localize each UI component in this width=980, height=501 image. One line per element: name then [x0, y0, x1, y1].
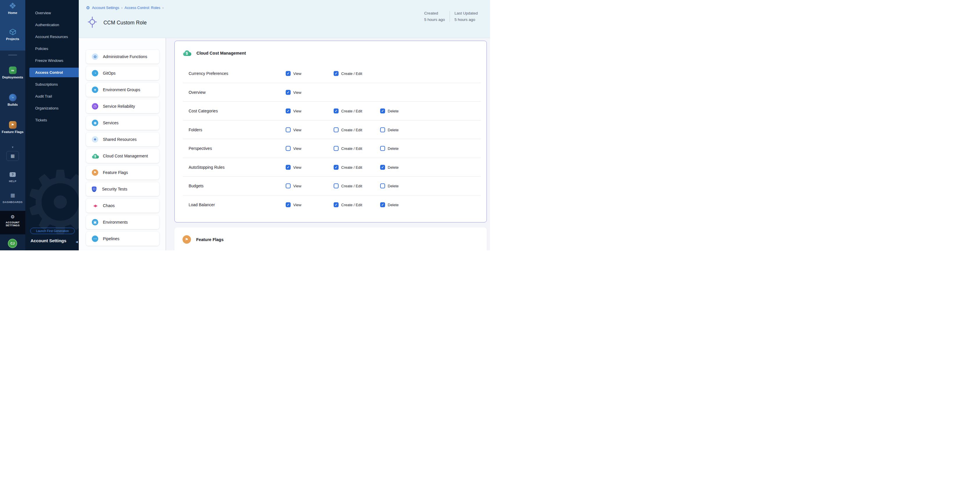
nav-item-organizations[interactable]: Organizations [25, 102, 79, 114]
chevron-down-icon[interactable]: ▼ [0, 146, 25, 149]
nav-item-subscriptions[interactable]: Subscriptions [25, 78, 79, 90]
view-checkbox[interactable] [286, 146, 291, 151]
rail-item-feature-flags[interactable]: ⚑ Feature Flags [0, 120, 25, 133]
permission-name: Cost Categories [189, 109, 218, 113]
permission-row-perspectives: Perspectives View Create / Edit Delete [175, 139, 487, 158]
create-edit-label: Create / Edit [341, 146, 362, 151]
permission-row-cost-categories: Cost Categories View Create / Edit Delet… [175, 101, 487, 120]
view-label: View [293, 184, 301, 188]
nav-item-label: Audit Trail [35, 94, 52, 98]
last-updated-block: Last Updated 5 hours ago [450, 11, 482, 22]
nav-item-label: Tickets [35, 118, 47, 122]
view-label: View [293, 146, 301, 151]
create-edit-checkbox[interactable] [334, 202, 339, 207]
feature-flags-icon: ⚑ [92, 169, 98, 176]
resource-card-pipelines[interactable]: ⋯ Pipelines [86, 232, 159, 246]
resource-card-security-tests[interactable]: Security Tests [86, 182, 159, 196]
created-value: 5 hours ago [424, 17, 445, 22]
create-edit-cell: Create / Edit [334, 165, 362, 170]
permission-name: Overview [189, 90, 205, 95]
view-checkbox[interactable] [286, 71, 291, 76]
nav-item-policies[interactable]: Policies [25, 43, 79, 55]
nav-item-label: Subscriptions [35, 82, 58, 87]
create-edit-checkbox[interactable] [334, 165, 339, 170]
rail-item-home[interactable]: ❖ Home [0, 2, 25, 14]
resource-card-services[interactable]: ◉ Services [86, 116, 159, 130]
resource-label: Shared Resources [103, 137, 137, 142]
rail-item-builds[interactable]: ◔ Builds [0, 93, 25, 106]
nav-item-access-control[interactable]: Access Control [29, 68, 79, 77]
nav-item-label: Freeze Windows [35, 59, 64, 63]
view-cell: View [286, 90, 301, 95]
resource-card-cloud-cost-management[interactable]: $ Cloud Cost Management [86, 149, 159, 163]
delete-checkbox[interactable] [380, 184, 385, 189]
view-checkbox[interactable] [286, 165, 291, 170]
rail-item-account-settings[interactable]: ⚙ ACCOUNT SETTINGS [0, 214, 25, 227]
chaos-icon: ◀▶ [92, 203, 98, 209]
breadcrumb-access-control-roles[interactable]: Access Control: Roles [125, 6, 161, 10]
services-icon: ◉ [92, 120, 98, 126]
view-checkbox[interactable] [286, 90, 291, 95]
feature-flags-section-title: Feature Flags [196, 237, 223, 242]
view-checkbox[interactable] [286, 109, 291, 114]
resource-card-shared-resources[interactable]: ❖ Shared Resources [86, 132, 159, 146]
permission-row-autostopping-rules: AutoStopping Rules View Create / Edit De… [175, 158, 487, 177]
delete-cell: Delete [380, 165, 399, 170]
breadcrumb-account-settings[interactable]: Account Settings [92, 6, 119, 10]
delete-label: Delete [388, 127, 399, 132]
resource-card-service-reliability[interactable]: ◷ Service Reliability [86, 99, 159, 113]
nav-item-overview[interactable]: Overview [25, 7, 79, 19]
delete-label: Delete [388, 203, 399, 207]
rail-item-help[interactable]: ? HELP [0, 170, 25, 183]
rail-item-projects[interactable]: Projects [0, 28, 25, 41]
create-edit-checkbox[interactable] [334, 184, 339, 189]
rail-item-dashboards[interactable]: ▦ DASHBOARDS [0, 191, 25, 204]
create-edit-cell: Create / Edit [334, 184, 362, 189]
service-reliability-icon: ◷ [92, 103, 98, 109]
resource-card-feature-flags[interactable]: ⚑ Feature Flags [86, 166, 159, 179]
view-cell: View [286, 165, 301, 170]
rail-account-settings-label-2: SETTINGS [0, 224, 25, 227]
resource-label: Pipelines [103, 236, 119, 241]
permission-row-folders: Folders View Create / Edit Delete [175, 120, 487, 140]
resource-card-gitops[interactable]: ◔ GitOps [86, 66, 159, 80]
nav-item-freeze-windows[interactable]: Freeze Windows [25, 55, 79, 67]
create-edit-checkbox[interactable] [334, 127, 339, 132]
create-edit-checkbox[interactable] [334, 71, 339, 76]
collapse-panel-icon[interactable]: ◀ [76, 240, 78, 243]
nav-item-authentication[interactable]: Authentication [25, 19, 79, 31]
create-edit-checkbox[interactable] [334, 146, 339, 151]
view-checkbox[interactable] [286, 127, 291, 132]
delete-checkbox[interactable] [380, 202, 385, 207]
delete-checkbox[interactable] [380, 109, 385, 114]
nav-item-tickets[interactable]: Tickets [25, 114, 79, 126]
rail-home-label: Home [0, 11, 25, 14]
delete-label: Delete [388, 109, 399, 113]
last-updated-label: Last Updated [455, 11, 478, 15]
create-edit-cell: Create / Edit [334, 202, 362, 207]
module-grid-button[interactable]: ▦ [6, 151, 19, 161]
resource-card-administrative-functions[interactable]: ⚙ Administrative Functions [86, 50, 159, 63]
view-cell: View [286, 71, 301, 76]
delete-checkbox[interactable] [380, 165, 385, 170]
view-checkbox[interactable] [286, 202, 291, 207]
environments-icon: ▣ [92, 219, 98, 225]
view-checkbox[interactable] [286, 184, 291, 189]
rail-dashboards-label: DASHBOARDS [0, 201, 25, 204]
nav-item-audit-trail[interactable]: Audit Trail [25, 90, 79, 102]
create-edit-checkbox[interactable] [334, 109, 339, 114]
gitops-icon: ◔ [92, 70, 98, 76]
settings-nav-list: Overview Authentication Account Resource… [25, 7, 79, 126]
resource-label: Services [103, 120, 119, 125]
resource-card-chaos[interactable]: ◀▶ Chaos [86, 199, 159, 212]
user-avatar[interactable]: CJ [8, 239, 17, 248]
launch-first-generation-button[interactable]: Launch First Generation [30, 228, 75, 234]
resource-card-environment-groups[interactable]: ❖ Environment Groups [86, 83, 159, 97]
delete-checkbox[interactable] [380, 127, 385, 132]
nav-item-account-resources[interactable]: Account Resources [25, 31, 79, 43]
delete-checkbox[interactable] [380, 146, 385, 151]
permission-row-budgets: Budgets View Create / Edit Delete [175, 177, 487, 195]
delete-label: Delete [388, 184, 399, 188]
rail-item-deployments[interactable]: ∞ Deployments [0, 66, 25, 79]
resource-card-environments[interactable]: ▣ Environments [86, 215, 159, 229]
